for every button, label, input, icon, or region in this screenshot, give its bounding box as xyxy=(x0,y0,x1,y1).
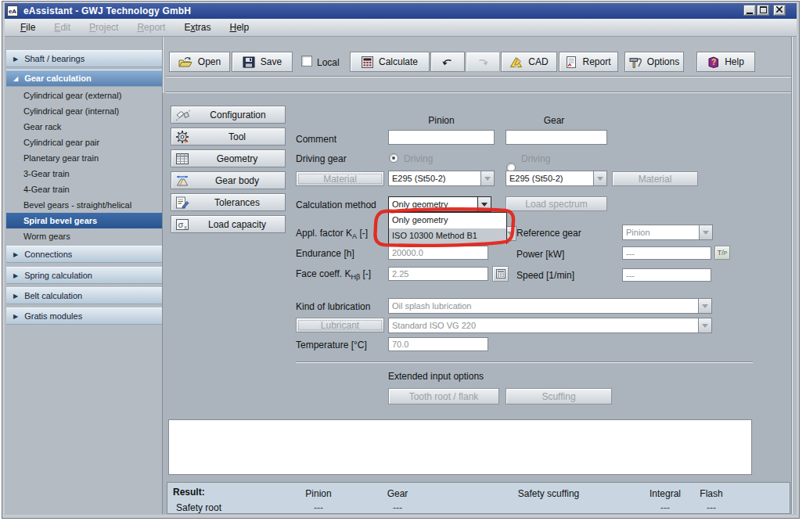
calculator-icon xyxy=(362,56,373,68)
help-button[interactable]: ? Help xyxy=(696,52,755,72)
svg-text:σ: σ xyxy=(178,220,184,229)
geometry-button-label: Geometry xyxy=(189,153,285,164)
sidebar-item-bevel-gears[interactable]: Bevel gears - straight/helical xyxy=(6,197,162,213)
save-button-label: Save xyxy=(261,56,282,67)
material-gear-button: Material xyxy=(612,171,698,186)
sidebar-section-connections[interactable]: ▶ Connections xyxy=(6,246,162,263)
driving-gear-label: Driving gear xyxy=(296,153,347,164)
menu-report: Report xyxy=(137,22,165,33)
driving-pinion-radio-label: Driving xyxy=(404,153,433,164)
close-button[interactable] xyxy=(773,5,786,16)
configuration-button-label: Configuration xyxy=(191,110,285,120)
result-panel: Result: Pinion Gear Safety scuffing Inte… xyxy=(167,482,790,514)
toolbar-separator xyxy=(166,76,793,77)
material-pinion-select[interactable]: E295 (St50-2) xyxy=(388,171,495,186)
help-book-icon: ? xyxy=(707,56,719,68)
comment-label: Comment xyxy=(296,134,336,145)
result-col-scuffing: Safety scuffing xyxy=(518,488,580,499)
dropdown-arrow-icon[interactable] xyxy=(480,171,494,185)
configuration-button[interactable]: Configuration xyxy=(171,106,286,124)
open-button[interactable]: Open xyxy=(169,52,230,72)
sidebar-item-worm-gears[interactable]: Worm gears xyxy=(6,228,162,244)
sidebar-item-gear-rack[interactable]: Gear rack xyxy=(6,119,162,135)
chevron-expanded-icon: ◢ xyxy=(13,75,18,82)
material-pinion-value: E295 (St50-2) xyxy=(389,171,480,185)
sidebar-section-gratis-modules[interactable]: ▶ Gratis modules xyxy=(6,307,162,325)
result-value-pinion: --- xyxy=(314,502,323,513)
endurance-input[interactable]: 20000.0 xyxy=(388,246,488,260)
undo-button[interactable] xyxy=(430,52,465,72)
report-button[interactable]: Report xyxy=(559,52,618,72)
cad-setsquare-icon xyxy=(509,56,523,68)
cad-button-label: CAD xyxy=(528,56,548,67)
tolerances-button[interactable]: Tolerances xyxy=(171,193,286,211)
report-button-label: Report xyxy=(582,56,610,67)
sidebar-section-label: Spring calculation xyxy=(24,271,92,280)
material-pinion-button: Material xyxy=(296,171,384,186)
comment-pinion-input[interactable] xyxy=(388,130,495,145)
sidebar-item-cylindrical-gear-external[interactable]: Cylindrical gear (external) xyxy=(6,88,162,103)
menu-extras[interactable]: Extras xyxy=(184,22,210,33)
result-value-gear: --- xyxy=(393,502,402,513)
endurance-label: Endurance [h] xyxy=(296,248,354,259)
options-button[interactable]: Options xyxy=(624,52,684,72)
sidebar-section-label: Connections xyxy=(24,250,72,259)
sidebar-item-4-gear-train[interactable]: 4-Gear train xyxy=(6,182,162,197)
material-gear-value: E295 (St50-2) xyxy=(506,171,593,185)
sigma-x-icon: σ x xyxy=(175,218,189,231)
menu-help[interactable]: Help xyxy=(229,22,249,33)
dropdown-arrow-icon[interactable] xyxy=(593,171,606,185)
menu-file[interactable]: File xyxy=(20,22,35,33)
sidebar-section-spring-calculation[interactable]: ▶ Spring calculation xyxy=(6,267,162,284)
tool-button-label: Tool xyxy=(189,131,285,142)
calculate-button[interactable]: Calculate xyxy=(350,52,430,72)
sidebar-section-belt-calculation[interactable]: ▶ Belt calculation xyxy=(6,287,162,304)
calculation-method-select[interactable]: Only geometry xyxy=(388,196,491,212)
reference-gear-value: Pinion xyxy=(623,225,699,239)
comment-gear-input[interactable] xyxy=(506,130,607,145)
sidebar-item-cylindrical-gear-internal[interactable]: Cylindrical gear (internal) xyxy=(6,103,162,119)
lubrication-value: Oil splash lubrication xyxy=(389,299,698,313)
tooth-root-flank-button: Tooth root / flank xyxy=(388,388,499,404)
sidebar-section-shaft-bearings[interactable]: ▶ Shaft / bearings xyxy=(6,50,162,67)
load-spectrum-button: Load spectrum xyxy=(506,196,607,211)
report-document-icon xyxy=(566,56,577,68)
gear-column-header: Gear xyxy=(501,115,607,126)
menu-project: Project xyxy=(89,22,118,33)
sidebar-item-spiral-bevel-gears[interactable]: Spiral bevel gears xyxy=(6,213,162,228)
torque-power-toggle-button[interactable]: T/P xyxy=(714,246,730,260)
redo-icon xyxy=(477,57,489,66)
dropdown-option-only-geometry[interactable]: Only geometry xyxy=(389,213,506,228)
sidebar-item-cylindrical-gear-pair[interactable]: Cylindrical gear pair xyxy=(6,135,162,150)
sidebar-item-3-gear-train[interactable]: 3-Gear train xyxy=(6,166,162,182)
dropdown-arrow-icon xyxy=(698,299,711,313)
power-label: Power [kW] xyxy=(516,249,564,260)
material-gear-select[interactable]: E295 (St50-2) xyxy=(506,171,607,186)
face-coeff-calculator-button[interactable] xyxy=(492,266,509,282)
temperature-input[interactable]: 70.0 xyxy=(388,337,488,351)
reference-gear-label: Reference gear xyxy=(516,228,581,239)
tool-button[interactable]: Tool xyxy=(171,128,286,146)
geometry-button[interactable]: Geometry xyxy=(171,149,286,167)
gear-body-button[interactable]: Gear body xyxy=(171,171,286,189)
load-capacity-button[interactable]: σ x Load capacity xyxy=(171,215,286,233)
cad-button[interactable]: CAD xyxy=(501,52,557,72)
maximize-button[interactable] xyxy=(757,5,769,16)
minimize-button[interactable] xyxy=(743,5,756,16)
document-pencil-icon xyxy=(175,196,189,209)
sidebar-section-label: Belt calculation xyxy=(24,291,82,300)
sidebar-section-gear-calculation[interactable]: ◢ Gear calculation xyxy=(6,70,162,87)
sidebar-section-label: Gear calculation xyxy=(24,74,92,83)
speed-input: --- xyxy=(622,268,711,282)
save-floppy-icon xyxy=(243,56,255,68)
save-button[interactable]: Save xyxy=(232,52,293,72)
lubrication-label: Kind of lubrication xyxy=(296,301,370,312)
dropdown-option-iso-10300[interactable]: ISO 10300 Method B1 xyxy=(389,228,506,244)
calculation-method-label: Calculation method xyxy=(296,200,376,210)
sidebar-item-planetary-gear-train[interactable]: Planetary gear train xyxy=(6,150,162,166)
temperature-label: Temperature [°C] xyxy=(296,340,367,350)
local-checkbox[interactable] xyxy=(301,56,312,66)
undo-icon xyxy=(441,57,454,66)
face-coeff-input[interactable]: 2.25 xyxy=(388,267,488,281)
dropdown-arrow-icon[interactable] xyxy=(477,197,491,211)
